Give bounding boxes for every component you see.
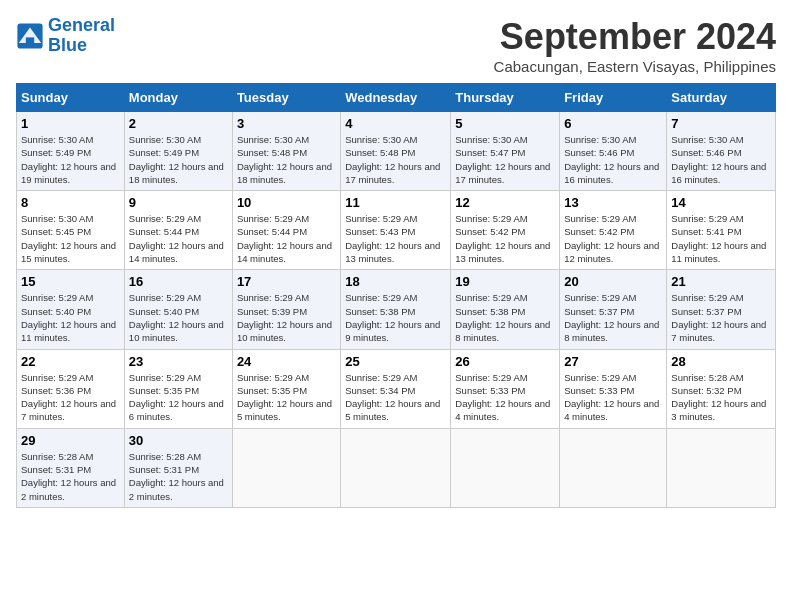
day-number: 7 bbox=[671, 116, 771, 131]
day-number: 24 bbox=[237, 354, 336, 369]
calendar-cell: 22 Sunrise: 5:29 AMSunset: 5:36 PMDaylig… bbox=[17, 349, 125, 428]
day-number: 9 bbox=[129, 195, 228, 210]
weekday-header: Sunday bbox=[17, 84, 125, 112]
day-number: 15 bbox=[21, 274, 120, 289]
calendar-cell: 12 Sunrise: 5:29 AMSunset: 5:42 PMDaylig… bbox=[451, 191, 560, 270]
calendar-cell bbox=[451, 428, 560, 507]
calendar-cell: 1 Sunrise: 5:30 AMSunset: 5:49 PMDayligh… bbox=[17, 112, 125, 191]
day-number: 4 bbox=[345, 116, 446, 131]
day-detail: Sunrise: 5:28 AMSunset: 5:32 PMDaylight:… bbox=[671, 372, 766, 423]
day-number: 26 bbox=[455, 354, 555, 369]
day-number: 16 bbox=[129, 274, 228, 289]
day-detail: Sunrise: 5:29 AMSunset: 5:33 PMDaylight:… bbox=[564, 372, 659, 423]
calendar-cell: 20 Sunrise: 5:29 AMSunset: 5:37 PMDaylig… bbox=[560, 270, 667, 349]
logo-line1: General bbox=[48, 15, 115, 35]
day-detail: Sunrise: 5:30 AMSunset: 5:46 PMDaylight:… bbox=[671, 134, 766, 185]
logo-line2: Blue bbox=[48, 35, 87, 55]
day-number: 21 bbox=[671, 274, 771, 289]
calendar-cell: 18 Sunrise: 5:29 AMSunset: 5:38 PMDaylig… bbox=[341, 270, 451, 349]
day-number: 5 bbox=[455, 116, 555, 131]
day-detail: Sunrise: 5:30 AMSunset: 5:49 PMDaylight:… bbox=[21, 134, 116, 185]
calendar-cell: 26 Sunrise: 5:29 AMSunset: 5:33 PMDaylig… bbox=[451, 349, 560, 428]
calendar-cell: 3 Sunrise: 5:30 AMSunset: 5:48 PMDayligh… bbox=[232, 112, 340, 191]
calendar-cell: 19 Sunrise: 5:29 AMSunset: 5:38 PMDaylig… bbox=[451, 270, 560, 349]
day-detail: Sunrise: 5:29 AMSunset: 5:42 PMDaylight:… bbox=[564, 213, 659, 264]
weekday-header: Tuesday bbox=[232, 84, 340, 112]
day-detail: Sunrise: 5:30 AMSunset: 5:46 PMDaylight:… bbox=[564, 134, 659, 185]
weekday-header: Saturday bbox=[667, 84, 776, 112]
calendar-cell: 6 Sunrise: 5:30 AMSunset: 5:46 PMDayligh… bbox=[560, 112, 667, 191]
weekday-header: Monday bbox=[124, 84, 232, 112]
month-title: September 2024 bbox=[494, 16, 776, 58]
calendar-week-row: 15 Sunrise: 5:29 AMSunset: 5:40 PMDaylig… bbox=[17, 270, 776, 349]
calendar-cell: 4 Sunrise: 5:30 AMSunset: 5:48 PMDayligh… bbox=[341, 112, 451, 191]
day-number: 27 bbox=[564, 354, 662, 369]
day-detail: Sunrise: 5:29 AMSunset: 5:40 PMDaylight:… bbox=[129, 292, 224, 343]
logo-icon bbox=[16, 22, 44, 50]
day-detail: Sunrise: 5:29 AMSunset: 5:35 PMDaylight:… bbox=[129, 372, 224, 423]
day-number: 23 bbox=[129, 354, 228, 369]
calendar-cell: 13 Sunrise: 5:29 AMSunset: 5:42 PMDaylig… bbox=[560, 191, 667, 270]
day-number: 30 bbox=[129, 433, 228, 448]
calendar-cell: 5 Sunrise: 5:30 AMSunset: 5:47 PMDayligh… bbox=[451, 112, 560, 191]
calendar-cell: 27 Sunrise: 5:29 AMSunset: 5:33 PMDaylig… bbox=[560, 349, 667, 428]
header: General Blue September 2024 Cabacungan, … bbox=[16, 16, 776, 75]
day-number: 6 bbox=[564, 116, 662, 131]
day-detail: Sunrise: 5:29 AMSunset: 5:37 PMDaylight:… bbox=[671, 292, 766, 343]
day-number: 20 bbox=[564, 274, 662, 289]
day-number: 8 bbox=[21, 195, 120, 210]
day-detail: Sunrise: 5:30 AMSunset: 5:45 PMDaylight:… bbox=[21, 213, 116, 264]
calendar-cell: 29 Sunrise: 5:28 AMSunset: 5:31 PMDaylig… bbox=[17, 428, 125, 507]
logo: General Blue bbox=[16, 16, 115, 56]
calendar-cell: 28 Sunrise: 5:28 AMSunset: 5:32 PMDaylig… bbox=[667, 349, 776, 428]
day-detail: Sunrise: 5:28 AMSunset: 5:31 PMDaylight:… bbox=[21, 451, 116, 502]
calendar-cell: 14 Sunrise: 5:29 AMSunset: 5:41 PMDaylig… bbox=[667, 191, 776, 270]
day-detail: Sunrise: 5:30 AMSunset: 5:48 PMDaylight:… bbox=[345, 134, 440, 185]
weekday-header: Thursday bbox=[451, 84, 560, 112]
day-detail: Sunrise: 5:29 AMSunset: 5:43 PMDaylight:… bbox=[345, 213, 440, 264]
day-number: 19 bbox=[455, 274, 555, 289]
svg-rect-2 bbox=[26, 37, 34, 43]
day-detail: Sunrise: 5:29 AMSunset: 5:37 PMDaylight:… bbox=[564, 292, 659, 343]
day-detail: Sunrise: 5:30 AMSunset: 5:48 PMDaylight:… bbox=[237, 134, 332, 185]
calendar-cell: 9 Sunrise: 5:29 AMSunset: 5:44 PMDayligh… bbox=[124, 191, 232, 270]
day-detail: Sunrise: 5:28 AMSunset: 5:31 PMDaylight:… bbox=[129, 451, 224, 502]
calendar-cell: 7 Sunrise: 5:30 AMSunset: 5:46 PMDayligh… bbox=[667, 112, 776, 191]
day-detail: Sunrise: 5:30 AMSunset: 5:47 PMDaylight:… bbox=[455, 134, 550, 185]
day-detail: Sunrise: 5:29 AMSunset: 5:36 PMDaylight:… bbox=[21, 372, 116, 423]
day-number: 14 bbox=[671, 195, 771, 210]
day-detail: Sunrise: 5:30 AMSunset: 5:49 PMDaylight:… bbox=[129, 134, 224, 185]
calendar-cell: 24 Sunrise: 5:29 AMSunset: 5:35 PMDaylig… bbox=[232, 349, 340, 428]
calendar-week-row: 29 Sunrise: 5:28 AMSunset: 5:31 PMDaylig… bbox=[17, 428, 776, 507]
day-number: 1 bbox=[21, 116, 120, 131]
calendar-cell: 16 Sunrise: 5:29 AMSunset: 5:40 PMDaylig… bbox=[124, 270, 232, 349]
logo-text: General Blue bbox=[48, 16, 115, 56]
calendar-cell: 21 Sunrise: 5:29 AMSunset: 5:37 PMDaylig… bbox=[667, 270, 776, 349]
location-title: Cabacungan, Eastern Visayas, Philippines bbox=[494, 58, 776, 75]
day-detail: Sunrise: 5:29 AMSunset: 5:41 PMDaylight:… bbox=[671, 213, 766, 264]
calendar-cell: 10 Sunrise: 5:29 AMSunset: 5:44 PMDaylig… bbox=[232, 191, 340, 270]
day-number: 25 bbox=[345, 354, 446, 369]
calendar-cell: 2 Sunrise: 5:30 AMSunset: 5:49 PMDayligh… bbox=[124, 112, 232, 191]
weekday-header: Wednesday bbox=[341, 84, 451, 112]
day-detail: Sunrise: 5:29 AMSunset: 5:38 PMDaylight:… bbox=[455, 292, 550, 343]
day-number: 10 bbox=[237, 195, 336, 210]
calendar-cell: 25 Sunrise: 5:29 AMSunset: 5:34 PMDaylig… bbox=[341, 349, 451, 428]
calendar-cell bbox=[560, 428, 667, 507]
day-number: 2 bbox=[129, 116, 228, 131]
day-detail: Sunrise: 5:29 AMSunset: 5:34 PMDaylight:… bbox=[345, 372, 440, 423]
day-number: 12 bbox=[455, 195, 555, 210]
calendar-week-row: 8 Sunrise: 5:30 AMSunset: 5:45 PMDayligh… bbox=[17, 191, 776, 270]
title-area: September 2024 Cabacungan, Eastern Visay… bbox=[494, 16, 776, 75]
day-number: 13 bbox=[564, 195, 662, 210]
day-number: 29 bbox=[21, 433, 120, 448]
calendar-cell: 8 Sunrise: 5:30 AMSunset: 5:45 PMDayligh… bbox=[17, 191, 125, 270]
day-detail: Sunrise: 5:29 AMSunset: 5:42 PMDaylight:… bbox=[455, 213, 550, 264]
day-number: 18 bbox=[345, 274, 446, 289]
calendar-cell: 11 Sunrise: 5:29 AMSunset: 5:43 PMDaylig… bbox=[341, 191, 451, 270]
calendar-week-row: 1 Sunrise: 5:30 AMSunset: 5:49 PMDayligh… bbox=[17, 112, 776, 191]
day-detail: Sunrise: 5:29 AMSunset: 5:40 PMDaylight:… bbox=[21, 292, 116, 343]
calendar-cell bbox=[232, 428, 340, 507]
day-detail: Sunrise: 5:29 AMSunset: 5:44 PMDaylight:… bbox=[129, 213, 224, 264]
calendar-week-row: 22 Sunrise: 5:29 AMSunset: 5:36 PMDaylig… bbox=[17, 349, 776, 428]
